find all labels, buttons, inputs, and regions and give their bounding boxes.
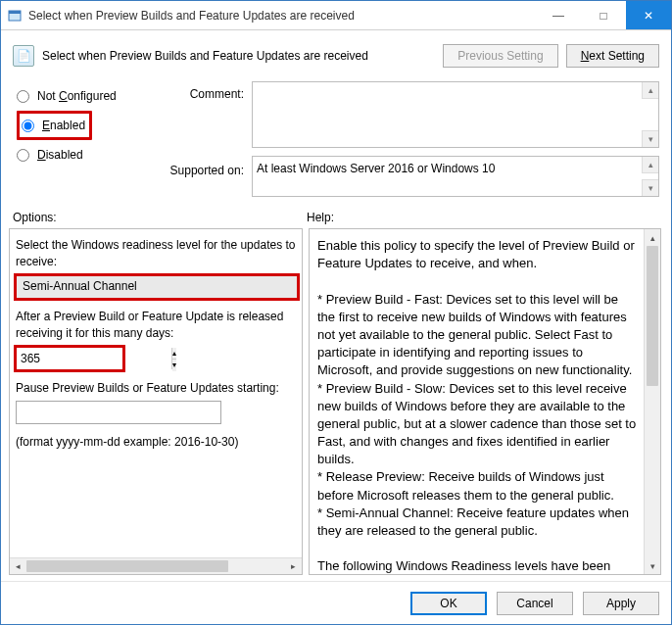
hscroll-left[interactable]: ◂ (10, 558, 26, 574)
meta-labels: Comment: Supported on: (164, 81, 252, 197)
comment-textarea[interactable]: ▴ ▾ (252, 81, 659, 148)
supported-scroll-up[interactable]: ▴ (642, 157, 658, 173)
window-controls: — □ ✕ (536, 1, 671, 29)
readiness-value: Semi-Annual Channel (23, 278, 137, 295)
help-vscroll[interactable]: ▴ ▾ (644, 229, 660, 574)
pause-date-input[interactable] (16, 401, 221, 424)
supported-scroll-down[interactable]: ▾ (642, 179, 658, 196)
radio-disabled-input[interactable] (17, 149, 29, 162)
next-setting-button[interactable]: Next Setting (566, 44, 659, 68)
svg-rect-1 (9, 11, 21, 14)
titlebar: Select when Preview Builds and Feature U… (1, 1, 671, 30)
ok-button[interactable]: OK (410, 592, 487, 615)
vscroll-up[interactable]: ▴ (645, 229, 660, 246)
radio-enabled[interactable]: Enabled (22, 115, 85, 136)
radio-not-configured-input[interactable] (17, 90, 29, 103)
cancel-button[interactable]: Cancel (497, 592, 573, 615)
hscroll-track[interactable] (26, 558, 285, 574)
hscroll-thumb[interactable] (26, 560, 228, 572)
policy-icon: 📄 (13, 45, 34, 67)
supported-on-value: At least Windows Server 2016 or Windows … (257, 161, 639, 194)
subheader: 📄 Select when Preview Builds and Feature… (1, 30, 671, 77)
next-setting-rest: ext Setting (589, 49, 645, 63)
window-title: Select when Preview Builds and Feature U… (28, 9, 536, 23)
options-hscroll[interactable]: ◂ ▸ (10, 557, 302, 574)
comment-label: Comment: (164, 87, 244, 156)
footer: OK Cancel Apply (1, 581, 671, 624)
state-and-meta: Not Configured Enabled Disabled Comment:… (1, 77, 671, 197)
previous-setting-button[interactable]: Previous Setting (443, 44, 557, 68)
radio-disabled[interactable]: Disabled (17, 144, 164, 166)
highlight-enabled: Enabled (17, 111, 92, 140)
options-label: Options: (13, 211, 307, 224)
vscroll-thumb[interactable] (647, 246, 658, 386)
radio-enabled-input[interactable] (22, 120, 34, 132)
comment-value (257, 84, 639, 145)
pause-format-hint: (format yyyy-mm-dd example: 2016-10-30) (16, 434, 298, 451)
help-pane: Enable this policy to specify the level … (309, 228, 661, 575)
readiness-dropdown[interactable]: Semi-Annual Channel (16, 275, 298, 299)
panes: Select the Windows readiness level for t… (1, 228, 671, 581)
spinner-down[interactable]: ▾ (172, 360, 176, 371)
vscroll-track[interactable] (645, 246, 660, 557)
meta-fields: ▴ ▾ At least Windows Server 2016 or Wind… (252, 81, 659, 197)
minimize-button[interactable]: — (536, 1, 581, 29)
pause-label: Pause Preview Builds or Feature Updates … (16, 380, 298, 397)
close-button[interactable]: ✕ (626, 1, 671, 29)
gpo-dialog: Select when Preview Builds and Feature U… (0, 0, 672, 625)
defer-days-spinner[interactable]: ▴ ▾ (16, 347, 123, 370)
options-body: Select the Windows readiness level for t… (10, 229, 302, 557)
comment-scroll-down[interactable]: ▾ (642, 130, 658, 147)
supported-label: Supported on: (164, 156, 244, 177)
policy-title: Select when Preview Builds and Feature U… (42, 49, 435, 63)
readiness-label: Select the Windows readiness level for t… (16, 237, 298, 271)
section-labels: Options: Help: (1, 197, 671, 228)
radio-not-configured[interactable]: Not Configured (17, 85, 164, 107)
state-radios: Not Configured Enabled Disabled (17, 81, 164, 197)
vscroll-down[interactable]: ▾ (645, 557, 660, 574)
app-icon (7, 8, 23, 24)
help-text: Enable this policy to specify the level … (310, 229, 660, 574)
defer-label: After a Preview Build or Feature Update … (16, 309, 298, 343)
options-pane: Select the Windows readiness level for t… (9, 228, 303, 575)
spinner-buttons: ▴ ▾ (171, 348, 176, 369)
hscroll-right[interactable]: ▸ (285, 558, 302, 574)
maximize-button[interactable]: □ (581, 1, 626, 29)
defer-days-input[interactable] (17, 348, 171, 369)
help-label: Help: (307, 211, 334, 224)
spinner-up[interactable]: ▴ (172, 348, 176, 361)
next-setting-accel: N (581, 49, 590, 63)
comment-scroll-up[interactable]: ▴ (642, 82, 658, 99)
supported-on-box: At least Windows Server 2016 or Windows … (252, 156, 659, 197)
apply-button[interactable]: Apply (583, 592, 659, 615)
